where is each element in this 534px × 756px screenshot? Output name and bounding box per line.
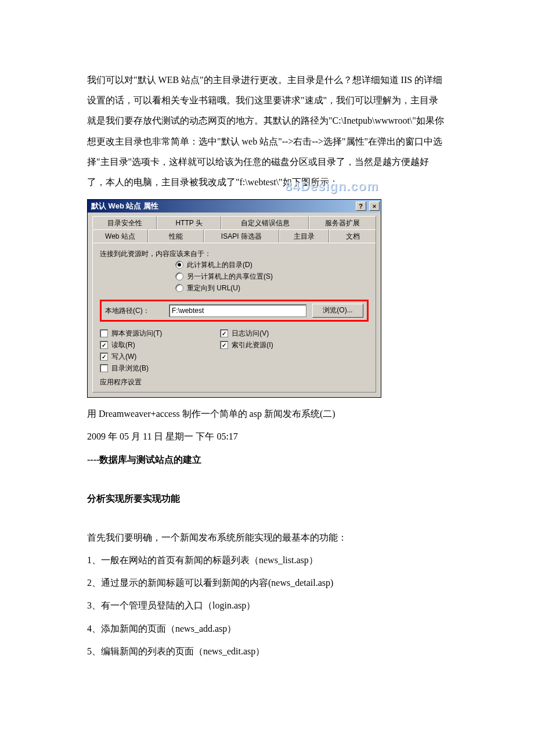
checkbox-icon — [100, 341, 108, 349]
check-label: 目录浏览(B) — [111, 363, 149, 373]
dialog-body: 连接到此资源时，内容应该来自于： 此计算机上的目录(D) 另一计算机上的共享位置… — [92, 243, 376, 393]
radio-label: 重定向到 URL(U) — [187, 283, 240, 293]
help-button[interactable]: ? — [356, 201, 366, 211]
iis-properties-dialog: 默认 Web 站点 属性 ? × 84Design.com 目录安全性 HTTP… — [87, 199, 381, 398]
local-path-input[interactable]: F:\webtest — [169, 304, 306, 317]
section-subtitle: ----数据库与测试站点的建立 — [87, 449, 447, 470]
check-read[interactable]: 读取(R) — [100, 339, 162, 351]
check-script-access[interactable]: 脚本资源访问(T) — [100, 327, 162, 339]
check-log[interactable]: 日志访问(V) — [220, 327, 273, 339]
local-path-label: 本地路径(C)： — [105, 306, 169, 316]
tab-performance[interactable]: 性能 — [148, 229, 204, 243]
tab-web-site[interactable]: Web 站点 — [92, 229, 148, 243]
check-write[interactable]: 写入(W) — [100, 351, 162, 362]
tab-documents[interactable]: 文档 — [329, 229, 376, 243]
list-item: 5、编辑新闻的列表的页面（news_edit.asp） — [87, 641, 447, 661]
radio-icon — [175, 272, 183, 280]
list-item: 4、添加新闻的页面（news_add.asp） — [87, 618, 447, 639]
radio-share[interactable]: 另一计算机上的共享位置(S) — [175, 271, 369, 282]
radio-local-dir[interactable]: 此计算机上的目录(D) — [175, 259, 369, 271]
check-label: 脚本资源访问(T) — [111, 329, 162, 339]
intro-paragraph: 我们可以对"默认 WEB 站点"的主目录进行更改。主目录是什么？想详细知道 II… — [87, 70, 447, 192]
radio-label: 另一计算机上的共享位置(S) — [187, 272, 273, 282]
tab-server-ext[interactable]: 服务器扩展 — [309, 216, 376, 229]
connect-label: 连接到此资源时，内容应该来自于： — [100, 249, 369, 259]
list-item: 2、通过显示的新闻标题可以看到新闻的内容(news_detail.asp) — [87, 573, 447, 593]
tab-custom-errors[interactable]: 自定义错误信息 — [221, 216, 309, 229]
app-settings-label: 应用程序设置 — [100, 377, 369, 387]
radio-icon — [175, 261, 183, 269]
checkbox-icon — [220, 329, 228, 337]
radio-icon — [175, 284, 183, 292]
tab-directory-security[interactable]: 目录安全性 — [92, 216, 157, 229]
tab-http-headers[interactable]: HTTP 头 — [157, 216, 221, 229]
checkbox-icon — [220, 341, 228, 349]
check-label: 写入(W) — [111, 352, 136, 362]
check-index[interactable]: 索引此资源(I) — [220, 339, 273, 351]
check-label: 日志访问(V) — [232, 329, 269, 339]
browse-button[interactable]: 浏览(O)... — [312, 304, 363, 318]
dialog-titlebar: 默认 Web 站点 属性 ? × — [88, 200, 381, 213]
tabs-row-2: Web 站点 性能 ISAPI 筛选器 主目录 文档 — [88, 229, 381, 243]
tabs-row-1: 目录安全性 HTTP 头 自定义错误信息 服务器扩展 — [88, 213, 381, 229]
checkbox-icon — [100, 352, 108, 361]
check-label: 读取(R) — [111, 340, 135, 350]
checkbox-icon — [100, 329, 108, 337]
check-browse[interactable]: 目录浏览(B) — [100, 362, 162, 374]
radio-label: 此计算机上的目录(D) — [187, 260, 252, 270]
section-heading: 分析实现所要实现功能 — [87, 488, 447, 509]
list-item: 3、有一个管理员登陆的入口（login.asp） — [87, 595, 447, 615]
local-path-row: 本地路径(C)： F:\webtest 浏览(O)... — [100, 300, 369, 322]
article-title: 用 Dreamweaver+access 制作一个简单的 asp 新闻发布系统(… — [87, 404, 447, 424]
checkbox-icon — [100, 364, 108, 372]
check-label: 索引此资源(I) — [232, 340, 273, 350]
dialog-title: 默认 Web 站点 属性 — [91, 201, 158, 211]
close-button[interactable]: × — [369, 201, 380, 211]
section-intro: 首先我们要明确，一个新闻发布系统所能实现的最基本的功能： — [87, 527, 447, 548]
radio-redirect[interactable]: 重定向到 URL(U) — [175, 282, 369, 294]
list-item: 1、一般在网站的首页有新闻的标题列表（news_list.asp） — [87, 550, 447, 570]
tab-isapi[interactable]: ISAPI 筛选器 — [204, 229, 279, 243]
tab-home-directory[interactable]: 主目录 — [279, 229, 329, 243]
article-date: 2009 年 05 月 11 日 星期一 下午 05:17 — [87, 426, 447, 447]
